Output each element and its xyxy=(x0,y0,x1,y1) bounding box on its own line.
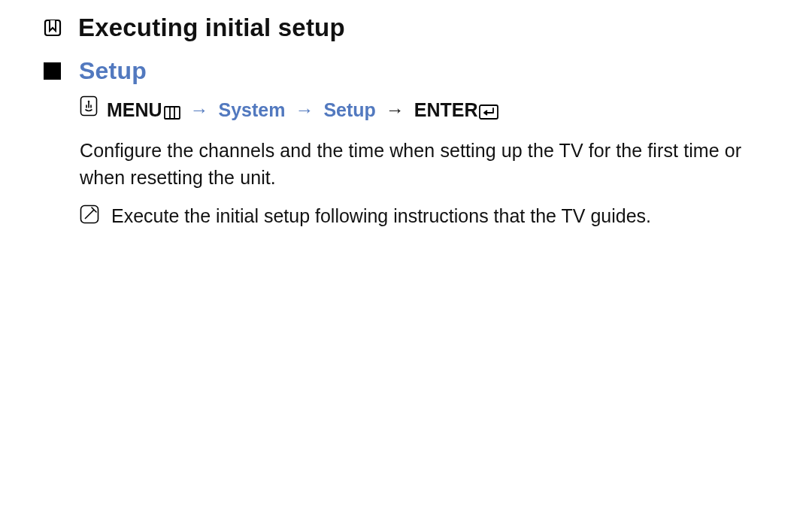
arrow-icon: → xyxy=(386,99,404,120)
svg-rect-3 xyxy=(165,107,180,119)
svg-rect-6 xyxy=(480,105,498,119)
enter-label: ENTER xyxy=(414,99,478,120)
page-heading: Executing initial setup xyxy=(78,14,345,42)
nav-system: System xyxy=(219,99,286,120)
square-bullet-icon xyxy=(44,62,61,80)
note-text: Execute the initial setup following inst… xyxy=(111,203,651,229)
note-icon xyxy=(80,204,99,231)
section-row: Setup xyxy=(44,57,782,85)
enter-icon xyxy=(479,104,498,120)
content-block: MENU → System → Setup → ENTER xyxy=(80,95,782,229)
note-row: Execute the initial setup following inst… xyxy=(80,203,782,229)
menu-label: MENU xyxy=(107,99,162,120)
bookmark-icon xyxy=(44,19,62,37)
document-page: Executing initial setup Setup MENU xyxy=(0,0,812,229)
svg-point-2 xyxy=(89,101,89,102)
menu-icon xyxy=(164,106,180,120)
arrow-icon: → xyxy=(190,99,209,120)
nav-text: MENU → System → Setup → ENTER xyxy=(107,98,498,123)
navigation-path: MENU → System → Setup → ENTER xyxy=(80,95,782,123)
heading-row: Executing initial setup xyxy=(44,14,782,42)
description-paragraph: Configure the channels and the time when… xyxy=(80,137,782,192)
arrow-icon: → xyxy=(295,99,314,120)
section-title: Setup xyxy=(79,57,147,85)
nav-setup: Setup xyxy=(323,99,375,120)
touch-icon xyxy=(80,95,98,123)
